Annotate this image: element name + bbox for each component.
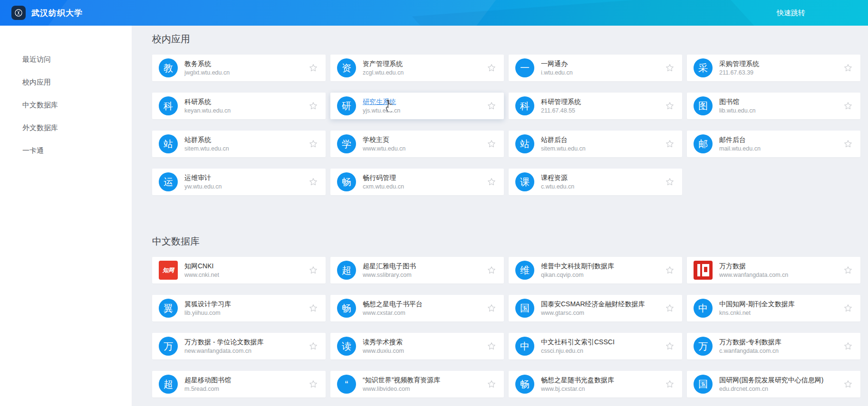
- app-card[interactable]: 邮 邮件后台 mail.wtu.edu.cn: [687, 131, 860, 157]
- app-card-url: zcgl.wtu.edu.cn: [363, 69, 483, 76]
- favorite-star-icon[interactable]: [843, 265, 853, 275]
- sidebar-item-foreign-databases[interactable]: 外文数据库: [22, 116, 132, 139]
- app-card[interactable]: 运 运维审计 yw.wtu.edu.cn: [152, 169, 326, 195]
- favorite-star-icon[interactable]: [309, 379, 318, 389]
- favorite-star-icon[interactable]: [487, 139, 496, 149]
- favorite-star-icon[interactable]: [487, 379, 496, 389]
- app-card-title: 超星移动图书馆: [184, 376, 305, 384]
- favorite-star-icon[interactable]: [665, 341, 675, 351]
- app-card-title: 邮件后台: [719, 136, 839, 144]
- favorite-star-icon[interactable]: [487, 63, 496, 73]
- favorite-star-icon[interactable]: [843, 379, 853, 389]
- favorite-star-icon[interactable]: [843, 139, 853, 149]
- sidebar-item-chinese-databases[interactable]: 中文数据库: [22, 94, 132, 116]
- app-card-title: 中文社科引文索引CSSCI: [541, 338, 661, 346]
- app-card[interactable]: 采 采购管理系统 211.67.63.39: [687, 55, 860, 81]
- favorite-star-icon[interactable]: [487, 265, 496, 275]
- app-icon: 维: [515, 261, 534, 280]
- app-card[interactable]: 国 国研网(国务院发展研究中心信息网) edu.drcnet.com.cn: [687, 371, 860, 397]
- favorite-star-icon[interactable]: [487, 177, 496, 187]
- app-icon: 万: [159, 337, 178, 356]
- app-card[interactable]: 中 中文社科引文索引CSSCI cssci.nju.edu.cn: [509, 333, 682, 359]
- favorite-star-icon[interactable]: [309, 341, 318, 351]
- favorite-star-icon[interactable]: [843, 303, 853, 313]
- app-icon: 畅: [337, 172, 356, 191]
- favorite-star-icon[interactable]: [487, 341, 496, 351]
- app-card[interactable]: 资 资产管理系统 zcgl.wtu.edu.cn: [330, 55, 504, 81]
- app-card-title: 万方数据 - 学位论文数据库: [184, 338, 305, 346]
- app-card-url: i.wtu.edu.cn: [541, 69, 661, 76]
- app-card[interactable]: 科 科研管理系统 211.67.48.55: [509, 93, 682, 119]
- app-card-url: www.wtu.edu.cn: [363, 145, 483, 152]
- app-card[interactable]: 站 站群后台 sitem.wtu.edu.cn: [509, 131, 682, 157]
- app-card[interactable]: 万 万方数据 - 学位论文数据库 new.wanfangdata.com.cn: [152, 333, 326, 359]
- app-card[interactable]: 一 一网通办 i.wtu.edu.cn: [509, 55, 682, 81]
- favorite-star-icon[interactable]: [665, 63, 675, 73]
- sidebar-item-campus-apps[interactable]: 校内应用: [22, 71, 132, 94]
- app-card-title: 教务系统: [184, 60, 305, 68]
- app-icon: 站: [515, 134, 534, 153]
- app-card[interactable]: 教 教务系统 jwglxt.wtu.edu.cn: [152, 55, 326, 81]
- app-icon: 邮: [694, 134, 713, 153]
- favorite-star-icon[interactable]: [309, 63, 318, 73]
- app-card[interactable]: 国 国泰安CSMAR经济金融财经数据库 www.gtarsc.com: [509, 295, 682, 321]
- favorite-star-icon[interactable]: [665, 101, 675, 111]
- favorite-star-icon[interactable]: [309, 265, 318, 275]
- favorite-star-icon[interactable]: [309, 303, 318, 313]
- sidebar-item-recent[interactable]: 最近访问: [22, 48, 132, 71]
- app-card[interactable]: 科 科研系统 keyan.wtu.edu.cn: [152, 93, 326, 119]
- app-card-title: 维普中文科技期刊数据库: [541, 262, 661, 270]
- app-card-title: 国泰安CSMAR经济金融财经数据库: [541, 300, 661, 308]
- app-card-title: 读秀学术搜索: [363, 338, 483, 346]
- favorite-star-icon[interactable]: [843, 101, 853, 111]
- app-card[interactable]: 万方数据 www.wanfangdata.com.cn: [687, 257, 860, 283]
- app-card[interactable]: 研 研究生系统 yjs.wtu.edu.cn: [330, 93, 504, 119]
- app-card[interactable]: 超 超星汇雅电子图书 www.sslibrary.com: [330, 257, 504, 283]
- app-card[interactable]: “ “知识世界”视频教育资源库 www.libvideo.com: [330, 371, 504, 397]
- favorite-star-icon[interactable]: [843, 63, 853, 73]
- app-card-url: lib.wtu.edu.cn: [719, 107, 839, 114]
- app-card-url: 211.67.63.39: [719, 69, 839, 76]
- app-icon: 教: [159, 58, 178, 77]
- app-card[interactable]: 课 课程资源 c.wtu.edu.cn: [509, 169, 682, 195]
- app-card[interactable]: 畅 畅想之星随书光盘数据库 www.bj.cxstar.cn: [509, 371, 682, 397]
- app-card[interactable]: 万 万方数据-专利数据库 c.wanfangdata.com.cn: [687, 333, 860, 359]
- app-card-url: www.duxiu.com: [363, 348, 483, 355]
- app-card-url: www.cnki.net: [184, 272, 305, 279]
- app-card[interactable]: 畅 畅行码管理 cxm.wtu.edu.cn: [330, 169, 504, 195]
- app-card[interactable]: 知网 知网CNKI www.cnki.net: [152, 257, 326, 283]
- app-icon: 科: [159, 96, 178, 115]
- app-card-url: jwglxt.wtu.edu.cn: [184, 69, 305, 76]
- app-card[interactable]: 维 维普中文科技期刊数据库 qikan.cqvip.com: [509, 257, 682, 283]
- app-icon: 读: [337, 337, 356, 356]
- app-card-url: www.cxstar.com: [363, 310, 483, 317]
- quick-jump-link[interactable]: 快速跳转: [777, 0, 805, 26]
- app-card-url: edu.drcnet.com.cn: [719, 386, 839, 393]
- app-card[interactable]: 畅 畅想之星电子书平台 www.cxstar.com: [330, 295, 504, 321]
- app-card-url: mail.wtu.edu.cn: [719, 145, 839, 152]
- app-card[interactable]: 学 学校主页 www.wtu.edu.cn: [330, 131, 504, 157]
- app-card[interactable]: 中 中国知网-期刊全文数据库 kns.cnki.net: [687, 295, 860, 321]
- app-icon: 站: [159, 134, 178, 153]
- app-card[interactable]: 图 图书馆 lib.wtu.edu.cn: [687, 93, 860, 119]
- app-card-title: 运维审计: [184, 174, 305, 182]
- favorite-star-icon[interactable]: [665, 379, 675, 389]
- favorite-star-icon[interactable]: [665, 303, 675, 313]
- app-card[interactable]: 翼 翼狐设计学习库 lib.yiihuu.com: [152, 295, 326, 321]
- campus-apps-grid: 教 教务系统 jwglxt.wtu.edu.cn 资 资产管理系统 zcgl.w…: [152, 55, 868, 195]
- favorite-star-icon[interactable]: [487, 303, 496, 313]
- favorite-star-icon[interactable]: [309, 177, 318, 187]
- favorite-star-icon[interactable]: [665, 265, 675, 275]
- favorite-star-icon[interactable]: [665, 139, 675, 149]
- app-card[interactable]: 超 超星移动图书馆 m.5read.com: [152, 371, 326, 397]
- app-card[interactable]: 站 站群系统 sitem.wtu.edu.cn: [152, 131, 326, 157]
- favorite-star-icon[interactable]: [309, 139, 318, 149]
- app-card-title: 科研管理系统: [541, 98, 661, 106]
- sidebar-item-onecard[interactable]: 一卡通: [22, 139, 132, 162]
- favorite-star-icon[interactable]: [487, 101, 496, 111]
- favorite-star-icon[interactable]: [665, 177, 675, 187]
- favorite-star-icon[interactable]: [309, 101, 318, 111]
- favorite-star-icon[interactable]: [843, 341, 853, 351]
- app-icon: 学: [337, 134, 356, 153]
- app-card[interactable]: 读 读秀学术搜索 www.duxiu.com: [330, 333, 504, 359]
